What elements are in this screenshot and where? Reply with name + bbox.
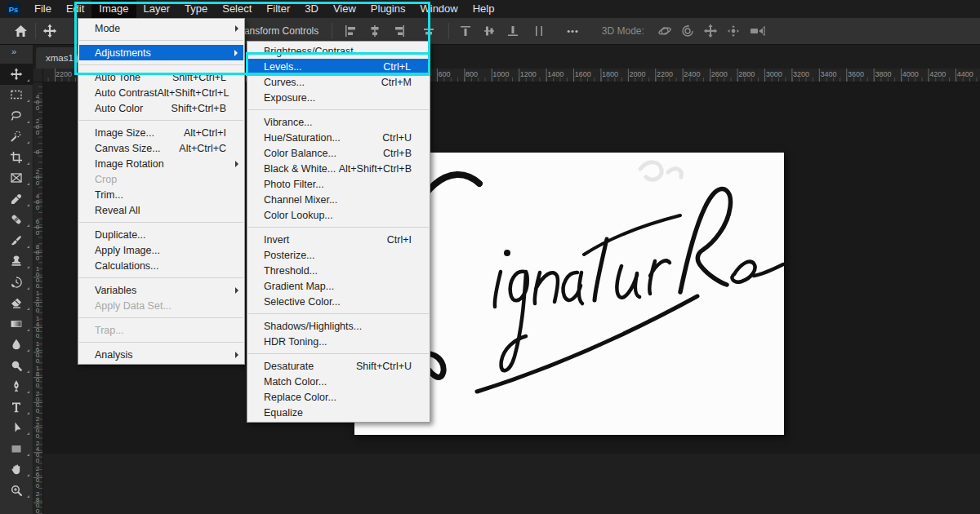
menu-item-adjustments[interactable]: Adjustments: [79, 45, 243, 60]
quick-selection-tool[interactable]: [0, 126, 33, 148]
healing-tool[interactable]: [0, 210, 33, 231]
eraser-tool[interactable]: [0, 293, 33, 314]
menu-item-vibrance[interactable]: Vibrance...: [247, 114, 430, 130]
menu-item-color-balance[interactable]: Color Balance...Ctrl+B: [247, 145, 430, 161]
menu-item-crop[interactable]: Crop: [78, 171, 244, 187]
menubar-item-type[interactable]: Type: [177, 0, 215, 18]
menu-item-trim[interactable]: Trim...: [78, 187, 244, 202]
menu-item-equalize[interactable]: Equalize: [247, 405, 430, 420]
menu-item-levels[interactable]: Levels...Ctrl+L: [248, 59, 429, 74]
zoom-tool[interactable]: [0, 480, 33, 501]
gradient-tool[interactable]: [0, 313, 33, 335]
3d-camera-icon[interactable]: [749, 24, 765, 38]
crop-tool[interactable]: [0, 147, 33, 168]
menu-item-shadows-highlights[interactable]: Shadows/Highlights...: [247, 318, 430, 334]
menu-item-variables[interactable]: Variables: [78, 282, 244, 298]
menu-separator: [79, 64, 243, 65]
collapse-panel-chevrons[interactable]: »: [0, 44, 16, 59]
menubar-item-layer[interactable]: Layer: [136, 0, 178, 18]
menu-item-hdr-toning[interactable]: HDR Toning...: [247, 334, 430, 349]
blur-tool[interactable]: [0, 335, 33, 356]
menu-item-desaturate[interactable]: DesaturateShift+Ctrl+U: [247, 358, 430, 374]
move-tool[interactable]: [0, 64, 33, 85]
menu-item-selective-color[interactable]: Selective Color...: [247, 294, 430, 309]
transform-controls-label[interactable]: Transform Controls: [235, 25, 318, 37]
menubar-item-window[interactable]: Window: [412, 0, 465, 18]
3d-slide-icon[interactable]: [726, 24, 741, 38]
menu-item-color-lookup[interactable]: Color Lookup...: [247, 207, 430, 223]
menu-item-apply-data-set[interactable]: Apply Data Set...: [78, 298, 244, 313]
menubar-item-help[interactable]: Help: [466, 0, 502, 18]
menu-item-reveal-all[interactable]: Reveal All: [78, 202, 244, 218]
pen-tool[interactable]: [0, 376, 33, 397]
menu-item-gradient-map[interactable]: Gradient Map...: [247, 278, 430, 294]
rectangle-tool[interactable]: [0, 438, 33, 459]
menu-item-duplicate[interactable]: Duplicate...: [78, 227, 244, 242]
menu-item-hue-saturation[interactable]: Hue/Saturation...Ctrl+U: [247, 130, 430, 145]
align-top-edges-icon[interactable]: [459, 24, 472, 38]
home-icon[interactable]: [13, 24, 29, 38]
menu-item-exposure[interactable]: Exposure...: [247, 90, 430, 105]
menubar-item-image[interactable]: Image: [91, 0, 136, 18]
distribute-icon[interactable]: [532, 24, 546, 38]
menu-item-brightness-contrast[interactable]: Brightness/Contrast...: [247, 43, 430, 59]
menu-item-canvas-size[interactable]: Canvas Size...Alt+Ctrl+C: [78, 140, 244, 156]
menu-item-label: Auto Color: [95, 103, 143, 114]
history-brush-tool[interactable]: [0, 272, 33, 293]
menubar-item-plugins[interactable]: Plugins: [363, 0, 413, 18]
eraser-icon: [10, 296, 23, 309]
hand-tool[interactable]: [0, 459, 33, 481]
align-center-icon[interactable]: [422, 24, 435, 38]
zoom-icon: [10, 484, 23, 497]
menu-item-trap[interactable]: Trap...: [78, 322, 244, 338]
menu-item-image-size[interactable]: Image Size...Alt+Ctrl+I: [78, 125, 244, 140]
photoshop-logo: Ps: [7, 2, 20, 16]
align-left-edges-icon[interactable]: [344, 24, 357, 38]
menu-item-invert[interactable]: InvertCtrl+I: [247, 232, 430, 247]
menu-item-calculations[interactable]: Calculations...: [78, 258, 244, 273]
menu-item-match-color[interactable]: Match Color...: [247, 374, 430, 389]
menu-item-replace-color[interactable]: Replace Color...: [247, 389, 430, 405]
menu-item-auto-contrast[interactable]: Auto ContrastAlt+Shift+Ctrl+L: [78, 85, 244, 100]
menu-item-apply-image[interactable]: Apply Image...: [78, 242, 244, 258]
align-horizontal-centers-icon[interactable]: [368, 24, 381, 38]
3d-pan-icon[interactable]: [703, 24, 718, 38]
brush-tool[interactable]: [0, 230, 33, 251]
move-tool-preset-icon[interactable]: [42, 24, 57, 38]
lasso-tool[interactable]: [0, 105, 33, 126]
menu-item-label: Equalize: [264, 407, 303, 419]
ruler-label: 1400: [34, 316, 41, 339]
align-vertical-centers-icon[interactable]: [483, 24, 496, 38]
menu-item-auto-color[interactable]: Auto ColorShift+Ctrl+B: [78, 100, 244, 116]
menu-item-mode[interactable]: Mode: [78, 20, 244, 36]
type-tool[interactable]: [0, 397, 33, 418]
align-right-edges-icon[interactable]: [393, 24, 406, 38]
menu-item-curves[interactable]: Curves...Ctrl+M: [247, 74, 430, 90]
type-icon: [10, 401, 23, 414]
eyedropper-tool[interactable]: [0, 188, 33, 210]
align-bottom-edges-icon[interactable]: [506, 24, 519, 38]
marquee-tool[interactable]: [0, 85, 33, 106]
menu-item-posterize[interactable]: Posterize...: [247, 247, 430, 263]
3d-orbit-icon[interactable]: [657, 24, 672, 38]
menubar-item-3d[interactable]: 3D: [297, 0, 326, 18]
menu-item-black-white[interactable]: Black & White...Alt+Shift+Ctrl+B: [247, 161, 430, 176]
path-selection-tool[interactable]: [0, 418, 33, 439]
menubar-item-file[interactable]: File: [27, 0, 59, 18]
menubar-item-view[interactable]: View: [326, 0, 363, 18]
dodge-tool[interactable]: [0, 355, 33, 376]
menu-item-threshold[interactable]: Threshold...: [247, 263, 430, 278]
menu-item-analysis[interactable]: Analysis: [78, 347, 244, 362]
clone-stamp-tool[interactable]: [0, 251, 33, 273]
menubar-item-filter[interactable]: Filter: [259, 0, 297, 18]
frame-tool[interactable]: [0, 168, 33, 189]
submenu-arrow-icon: [234, 50, 238, 56]
menu-item-channel-mixer[interactable]: Channel Mixer...: [247, 192, 430, 207]
menubar-item-select[interactable]: Select: [215, 0, 259, 18]
more-options-button[interactable]: •••: [567, 26, 579, 36]
3d-roll-icon[interactable]: [680, 24, 695, 38]
menubar-item-edit[interactable]: Edit: [59, 0, 91, 18]
menu-item-auto-tone[interactable]: Auto ToneShift+Ctrl+L: [78, 69, 244, 85]
menu-item-image-rotation[interactable]: Image Rotation: [78, 156, 244, 171]
menu-item-photo-filter[interactable]: Photo Filter...: [247, 176, 430, 192]
